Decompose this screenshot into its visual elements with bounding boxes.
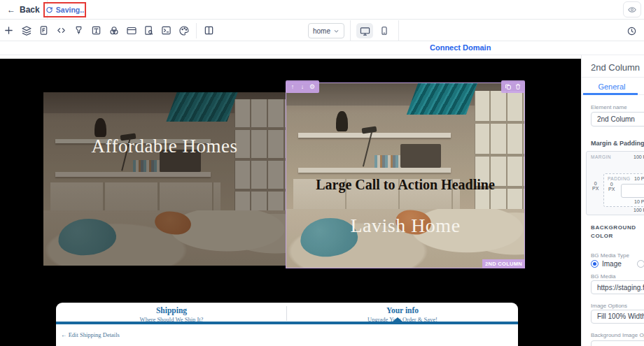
divider [196,23,197,38]
layers-icon [21,25,32,36]
bg-media-type-label: BG Media Type [591,252,629,259]
image-options-label: Image Options [591,303,627,309]
column1-headline[interactable]: Affordable Homes [43,136,286,157]
theme-button[interactable] [175,22,192,40]
palette-icon [178,25,190,36]
column2-headline[interactable]: Large Call to Action Headline [286,177,524,193]
padding-bottom-value[interactable]: 10 PX [634,199,644,204]
duplicate-icon[interactable] [504,82,512,92]
back-button[interactable]: ← Back [0,5,47,15]
editor-window: ← Back Saving.. home [0,0,644,346]
eye-icon [627,5,637,15]
code-button[interactable] [52,22,70,40]
connect-domain-link[interactable]: Connect Domain [430,43,491,52]
settings-gear-icon[interactable]: ⚙ [308,82,316,92]
back-arrow-icon: ← [7,5,15,15]
page-search-icon [144,25,154,36]
back-label: Back [20,5,40,15]
page-selector[interactable]: home [308,23,344,38]
pen-nib-icon [74,25,84,36]
margin-padding-row[interactable]: Margin & Padding [591,139,644,147]
margin-top-value[interactable]: 100 PX [634,154,644,159]
columns-button[interactable] [200,22,218,40]
code-icon [56,25,66,36]
plus-icon [4,25,14,36]
padding-left-value[interactable]: 0PX [608,182,615,192]
radio-image[interactable] [591,260,598,268]
blend-button[interactable] [105,22,122,40]
background-image [286,83,524,268]
image-options-select[interactable]: Fill 100% Width & He [591,310,644,324]
progress-bar [56,322,518,324]
selection-toolbar-left: ↑ ↓ ⚙ [286,80,319,93]
active-tab-underline [583,93,638,95]
add-element-button[interactable] [0,22,18,40]
page-audit-button[interactable] [140,22,158,40]
page-canvas: Affordable Homes Large Call to Action He… [0,59,581,346]
terminal-icon [161,25,172,36]
chevron-down-icon [333,28,340,34]
settings-sidebar: 2nd Column General Element name Margin &… [581,55,644,346]
radio-video[interactable] [637,260,644,268]
margin-padding-label: Margin & Padding [591,140,644,147]
margin-label: MARGIN [591,154,611,159]
bg-media-label: BG Media [591,273,616,280]
sidebar-title: 2nd Column [591,62,640,73]
checkout-card: Shipping Where Should We Ship It? Your i… [56,303,518,346]
bg-media-type-options: Image Video [591,260,644,268]
saving-annotation-box: Saving.. [43,2,86,17]
text-icon [91,25,102,36]
image-overlay [43,92,286,266]
move-down-icon[interactable]: ↓ [298,82,307,92]
bg-image-opacity-input[interactable] [591,340,644,346]
radio-image-label: Image [602,260,622,268]
split-columns-icon [204,25,214,36]
delete-trash-icon[interactable] [514,82,522,92]
checkout-step-shipping[interactable]: Shipping Where Should We Ship It? [56,303,287,323]
margin-box: MARGIN 100 PX 0PX 100 PX PADDING 10 PX 0… [586,151,644,215]
selection-toolbar-right [501,80,525,93]
margin-bottom-value[interactable]: 100 PX [634,208,644,212]
selection-badge: 2ND COLUMN [482,259,525,268]
bg-media-input[interactable] [591,280,644,294]
layers-button[interactable] [18,22,35,40]
saving-button[interactable]: Saving.. [46,6,84,14]
embed-button[interactable] [158,22,175,40]
top-bar: ← Back Saving.. [0,0,644,20]
element-name-label: Element name [591,104,627,110]
step-title: Your info [287,306,518,315]
padding-box: PADDING 10 PX 0PX 10 PX [603,173,644,207]
content-value-input[interactable] [621,184,644,198]
sync-icon [46,6,53,14]
element-name-input[interactable] [591,112,644,127]
tab-general[interactable]: General [582,82,642,91]
form-button[interactable] [35,22,52,40]
divider [582,77,644,78]
section-button[interactable] [122,22,140,40]
preview-button[interactable] [623,1,641,17]
edit-shipping-link[interactable]: ← Edit Shipping Details [61,331,120,338]
history-clock-icon [626,26,637,36]
column2-subheadline[interactable]: Lavish Home [286,215,524,237]
padding-top-value[interactable]: 10 PX [634,176,644,181]
desktop-icon [360,26,370,36]
history-button[interactable] [623,22,640,39]
hero-column-2-selected[interactable]: Large Call to Action Headline Lavish Hom… [286,82,525,268]
checkout-step-your-info[interactable]: Your info Upgrade Your Order & Save! [287,303,518,323]
mobile-view-button[interactable] [376,23,393,38]
style-button[interactable] [70,22,88,40]
card-icon [126,25,137,36]
step-title: Shipping [56,306,287,315]
form-icon [38,25,49,36]
text-button[interactable] [88,22,105,40]
move-up-icon[interactable]: ↑ [288,82,297,92]
blend-circles-icon [108,25,120,36]
padding-label: PADDING [608,176,631,181]
element-toolbar: home [0,20,644,41]
background-color-heading: BACKGROUND COLOR [591,224,644,241]
margin-left-value[interactable]: 0PX [592,181,598,191]
saving-label: Saving.. [56,6,84,14]
image-overlay [286,83,524,268]
hero-column-1[interactable]: Affordable Homes [43,92,286,266]
desktop-view-button[interactable] [356,23,373,38]
